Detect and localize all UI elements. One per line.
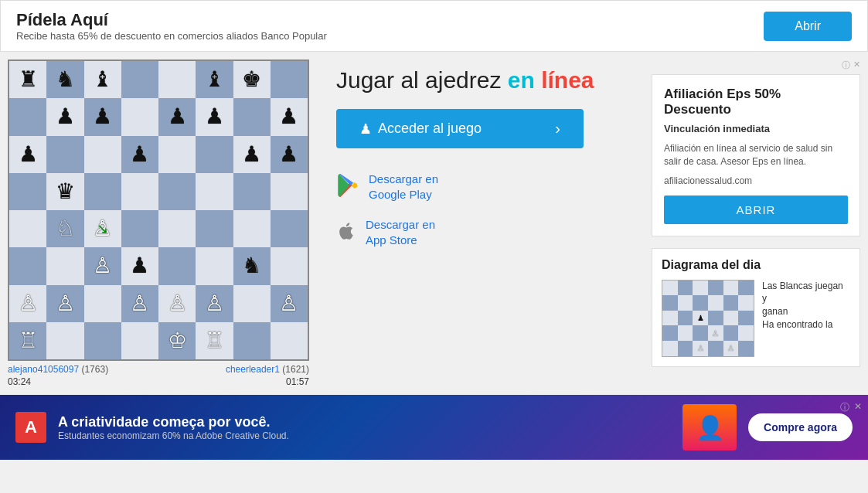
mini-chess-cell xyxy=(678,341,693,356)
mini-chess-cell xyxy=(708,295,723,311)
chess-cell[interactable] xyxy=(9,98,46,135)
app-store-download[interactable]: Descargar en App Store xyxy=(336,217,625,247)
play-button[interactable]: ♟ Acceder al juego › xyxy=(336,109,584,148)
chess-cell[interactable] xyxy=(233,98,271,135)
chess-cell[interactable]: ♝ xyxy=(196,61,233,98)
chess-cell[interactable]: ♟ xyxy=(158,98,196,135)
chess-cell[interactable]: ♙ xyxy=(196,285,233,322)
chess-cell[interactable] xyxy=(271,173,308,210)
chess-cell[interactable]: ♟ xyxy=(271,98,308,135)
mini-chess-cell xyxy=(723,280,739,296)
chess-cell[interactable]: ♟ xyxy=(121,247,158,284)
chess-cell[interactable]: ♖ xyxy=(9,322,46,359)
chess-cell[interactable]: ♟ xyxy=(271,136,308,173)
chess-cell[interactable]: ♞ xyxy=(46,61,83,98)
google-play-link[interactable]: Descargar en Google Play xyxy=(369,172,438,202)
chess-cell[interactable] xyxy=(196,136,233,173)
chess-cell[interactable]: ♝ xyxy=(84,61,121,98)
chess-cell[interactable]: ♙ xyxy=(9,285,46,322)
chess-cell[interactable] xyxy=(9,173,46,210)
chess-cell[interactable]: ♟ xyxy=(121,136,158,173)
chess-cell[interactable] xyxy=(196,173,233,210)
chess-cell[interactable]: ♔ xyxy=(158,322,196,359)
app-store-text: Descargar en App Store xyxy=(366,217,435,247)
chess-piece: ♞ xyxy=(242,255,261,277)
bottom-ad-button[interactable]: Compre agora xyxy=(748,413,853,441)
play-icon: ♟ xyxy=(359,121,372,138)
chess-cell[interactable] xyxy=(84,173,121,210)
chess-cell[interactable] xyxy=(121,98,158,135)
right-panel: ⓘ ✕ Afiliación Eps 50% Descuento Vincula… xyxy=(652,60,860,387)
timer-right: 01:57 xyxy=(286,376,309,387)
chess-piece: ♔ xyxy=(168,330,187,352)
google-play-line1: Descargar en xyxy=(369,172,438,185)
chess-piece: ♙ xyxy=(130,293,149,314)
play-button-label: Acceder al juego xyxy=(378,121,482,137)
chess-cell[interactable] xyxy=(46,247,83,284)
mini-chess-board: ♟♙♙♙ xyxy=(662,280,754,357)
chess-cell[interactable] xyxy=(158,210,196,247)
chess-cell[interactable]: ♟ xyxy=(84,98,121,135)
chess-cell[interactable] xyxy=(271,61,308,98)
chess-cell[interactable] xyxy=(84,285,121,322)
chess-cell[interactable]: ♙ xyxy=(121,285,158,322)
chess-cell[interactable] xyxy=(271,247,308,284)
top-ad-button[interactable]: Abrir xyxy=(764,12,852,41)
chess-cell[interactable] xyxy=(46,136,83,173)
chess-cell[interactable] xyxy=(233,210,271,247)
chess-cell[interactable]: ♛ xyxy=(46,173,83,210)
chess-cell[interactable]: ♟ xyxy=(46,98,83,135)
ad-close-icon[interactable]: ✕ xyxy=(853,60,860,71)
chess-cell[interactable] xyxy=(121,322,158,359)
chess-cell[interactable]: ♜ xyxy=(9,61,46,98)
chess-cell[interactable] xyxy=(121,173,158,210)
chess-cell[interactable]: ♟ xyxy=(233,136,271,173)
chess-cell[interactable]: ♙ xyxy=(158,285,196,322)
chess-cell[interactable] xyxy=(158,247,196,284)
right-ad-description: Afiliación en línea al servicio de salud… xyxy=(664,142,848,168)
chess-cell[interactable] xyxy=(84,322,121,359)
google-play-download[interactable]: Descargar en Google Play xyxy=(336,172,625,202)
mini-chess-cell xyxy=(738,311,754,326)
chess-cell[interactable] xyxy=(233,285,271,322)
chess-cell[interactable]: ♖ xyxy=(196,322,233,359)
bottom-ad-person-image: 👤 xyxy=(682,404,737,450)
top-ad-subtitle: Recibe hasta 65% de descuento en comerci… xyxy=(16,30,327,42)
chess-cell[interactable]: ♙↘ xyxy=(84,210,121,247)
bottom-ad-info-icon[interactable]: ⓘ xyxy=(840,401,849,414)
chess-cell[interactable] xyxy=(233,322,271,359)
chess-cell[interactable]: ♙ xyxy=(271,285,308,322)
bottom-ad-close-icon[interactable]: ✕ xyxy=(854,401,862,412)
mini-chess-cell xyxy=(708,311,723,326)
ad-info-icon[interactable]: ⓘ xyxy=(842,60,850,71)
mini-chess-cell xyxy=(738,280,754,296)
chess-cell[interactable]: ♘ xyxy=(46,210,83,247)
chess-cell[interactable] xyxy=(158,61,196,98)
chess-piece: ♝ xyxy=(93,69,112,90)
chess-cell[interactable]: ♚ xyxy=(233,61,271,98)
chess-cell[interactable] xyxy=(121,210,158,247)
chess-cell[interactable] xyxy=(158,136,196,173)
right-ad-button[interactable]: ABRIR xyxy=(664,196,848,224)
download-section: Descargar en Google Play Descargar en Ap… xyxy=(336,172,625,247)
chess-cell[interactable] xyxy=(271,210,308,247)
chess-cell[interactable] xyxy=(196,210,233,247)
chess-cell[interactable]: ♟ xyxy=(9,136,46,173)
chess-cell[interactable] xyxy=(9,247,46,284)
chess-cell[interactable] xyxy=(84,136,121,173)
chess-cell[interactable] xyxy=(233,173,271,210)
chess-cell[interactable] xyxy=(121,61,158,98)
chess-cell[interactable] xyxy=(9,210,46,247)
chess-cell[interactable] xyxy=(271,322,308,359)
chess-cell[interactable] xyxy=(158,173,196,210)
chess-cell[interactable]: ♙ xyxy=(46,285,83,322)
chess-cell[interactable]: ♙ xyxy=(84,247,121,284)
timer-left: 03:24 xyxy=(8,376,31,387)
chess-cell[interactable]: ♞ xyxy=(233,247,271,284)
player-left-name: alejano41056097 xyxy=(8,364,79,375)
chess-cell[interactable]: ♟ xyxy=(196,98,233,135)
chess-cell[interactable] xyxy=(46,322,83,359)
chess-board[interactable]: ♜♞♝♝♚♟♟♟♟♟♟♟♟♟♛♘♙↘♙♟♞♙♙♙♙♙♙♖♔♖ xyxy=(8,60,309,361)
app-store-link[interactable]: Descargar en App Store xyxy=(366,217,435,247)
chess-cell[interactable] xyxy=(196,247,233,284)
